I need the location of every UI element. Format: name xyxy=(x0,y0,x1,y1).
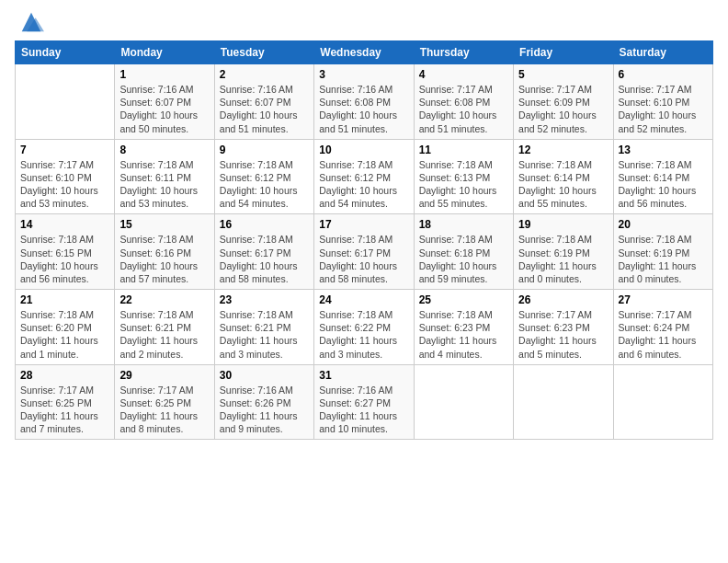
day-number: 13 xyxy=(619,144,708,156)
calendar-cell: 12Sunrise: 7:18 AMSunset: 6:14 PMDayligh… xyxy=(514,139,613,214)
day-info: Sunrise: 7:18 AMSunset: 6:12 PMDaylight:… xyxy=(220,158,309,211)
calendar-cell: 5Sunrise: 7:17 AMSunset: 6:09 PMDaylight… xyxy=(514,64,613,140)
day-number: 15 xyxy=(119,218,209,231)
calendar-cell: 29Sunrise: 7:17 AMSunset: 6:25 PMDayligh… xyxy=(115,364,214,440)
logo-icon xyxy=(18,9,44,35)
day-info: Sunrise: 7:18 AMSunset: 6:21 PMDaylight:… xyxy=(220,308,309,361)
logo xyxy=(15,9,44,35)
day-number: 5 xyxy=(518,68,608,81)
day-number: 20 xyxy=(619,218,708,231)
weekday-header: Tuesday xyxy=(214,41,313,64)
day-info: Sunrise: 7:17 AMSunset: 6:25 PMDaylight:… xyxy=(119,384,209,436)
day-info: Sunrise: 7:17 AMSunset: 6:10 PMDaylight:… xyxy=(619,83,708,135)
day-info: Sunrise: 7:18 AMSunset: 6:14 PMDaylight:… xyxy=(518,158,608,211)
header xyxy=(15,9,713,35)
day-info: Sunrise: 7:18 AMSunset: 6:18 PMDaylight:… xyxy=(419,233,508,285)
weekday-header: Saturday xyxy=(613,41,712,64)
page: SundayMondayTuesdayWednesdayThursdayFrid… xyxy=(0,0,728,563)
day-info: Sunrise: 7:18 AMSunset: 6:20 PMDaylight:… xyxy=(20,308,109,361)
day-info: Sunrise: 7:16 AMSunset: 6:27 PMDaylight:… xyxy=(319,384,408,436)
calendar-cell xyxy=(514,364,613,440)
calendar-cell: 1Sunrise: 7:16 AMSunset: 6:07 PMDaylight… xyxy=(115,64,214,140)
day-number: 26 xyxy=(518,293,608,306)
day-number: 12 xyxy=(518,144,608,156)
calendar-cell xyxy=(414,364,513,440)
day-number: 29 xyxy=(119,369,209,382)
calendar-cell xyxy=(613,364,712,440)
day-info: Sunrise: 7:17 AMSunset: 6:09 PMDaylight:… xyxy=(518,83,608,135)
day-number: 10 xyxy=(319,144,408,156)
calendar-cell: 3Sunrise: 7:16 AMSunset: 6:08 PMDaylight… xyxy=(314,64,414,140)
weekday-header: Monday xyxy=(115,41,214,64)
day-number: 1 xyxy=(119,68,209,81)
day-number: 19 xyxy=(518,218,608,231)
calendar-week-row: 1Sunrise: 7:16 AMSunset: 6:07 PMDaylight… xyxy=(16,64,713,140)
calendar-cell: 27Sunrise: 7:17 AMSunset: 6:24 PMDayligh… xyxy=(613,290,712,365)
day-number: 31 xyxy=(319,369,408,382)
day-number: 18 xyxy=(419,218,508,231)
day-info: Sunrise: 7:18 AMSunset: 6:17 PMDaylight:… xyxy=(319,233,408,285)
calendar-cell: 25Sunrise: 7:18 AMSunset: 6:23 PMDayligh… xyxy=(414,290,513,365)
day-number: 30 xyxy=(220,369,309,382)
day-info: Sunrise: 7:18 AMSunset: 6:17 PMDaylight:… xyxy=(220,233,309,285)
day-number: 11 xyxy=(419,144,508,156)
calendar-cell: 4Sunrise: 7:17 AMSunset: 6:08 PMDaylight… xyxy=(414,64,513,140)
calendar-header-row: SundayMondayTuesdayWednesdayThursdayFrid… xyxy=(16,41,713,64)
day-info: Sunrise: 7:17 AMSunset: 6:08 PMDaylight:… xyxy=(419,83,508,135)
day-number: 6 xyxy=(619,68,708,81)
calendar-cell: 24Sunrise: 7:18 AMSunset: 6:22 PMDayligh… xyxy=(314,290,414,365)
day-number: 21 xyxy=(20,293,109,306)
day-info: Sunrise: 7:17 AMSunset: 6:25 PMDaylight:… xyxy=(20,384,109,436)
weekday-header: Wednesday xyxy=(314,41,414,64)
day-info: Sunrise: 7:18 AMSunset: 6:13 PMDaylight:… xyxy=(419,158,508,211)
day-number: 22 xyxy=(119,293,209,306)
day-number: 2 xyxy=(220,68,309,81)
day-number: 24 xyxy=(319,293,408,306)
calendar-cell: 7Sunrise: 7:17 AMSunset: 6:10 PMDaylight… xyxy=(16,139,115,214)
calendar-cell: 26Sunrise: 7:17 AMSunset: 6:23 PMDayligh… xyxy=(514,290,613,365)
weekday-header: Thursday xyxy=(414,41,513,64)
day-info: Sunrise: 7:18 AMSunset: 6:22 PMDaylight:… xyxy=(319,308,408,361)
calendar-cell: 19Sunrise: 7:18 AMSunset: 6:19 PMDayligh… xyxy=(514,214,613,290)
day-info: Sunrise: 7:16 AMSunset: 6:08 PMDaylight:… xyxy=(319,83,408,135)
day-number: 9 xyxy=(220,144,309,156)
day-number: 23 xyxy=(220,293,309,306)
calendar-cell: 13Sunrise: 7:18 AMSunset: 6:14 PMDayligh… xyxy=(613,139,712,214)
day-number: 7 xyxy=(20,144,109,156)
calendar-cell: 21Sunrise: 7:18 AMSunset: 6:20 PMDayligh… xyxy=(16,290,115,365)
day-info: Sunrise: 7:18 AMSunset: 6:16 PMDaylight:… xyxy=(119,233,209,285)
calendar-table: SundayMondayTuesdayWednesdayThursdayFrid… xyxy=(15,40,713,440)
weekday-header: Friday xyxy=(514,41,613,64)
calendar-week-row: 28Sunrise: 7:17 AMSunset: 6:25 PMDayligh… xyxy=(16,364,713,440)
calendar-cell: 30Sunrise: 7:16 AMSunset: 6:26 PMDayligh… xyxy=(214,364,313,440)
calendar-week-row: 14Sunrise: 7:18 AMSunset: 6:15 PMDayligh… xyxy=(16,214,713,290)
calendar-cell: 8Sunrise: 7:18 AMSunset: 6:11 PMDaylight… xyxy=(115,139,214,214)
calendar-cell: 10Sunrise: 7:18 AMSunset: 6:12 PMDayligh… xyxy=(314,139,414,214)
calendar-cell: 14Sunrise: 7:18 AMSunset: 6:15 PMDayligh… xyxy=(16,214,115,290)
day-info: Sunrise: 7:16 AMSunset: 6:07 PMDaylight:… xyxy=(220,83,309,135)
day-info: Sunrise: 7:18 AMSunset: 6:23 PMDaylight:… xyxy=(419,308,508,361)
weekday-header: Sunday xyxy=(16,41,115,64)
calendar-cell: 15Sunrise: 7:18 AMSunset: 6:16 PMDayligh… xyxy=(115,214,214,290)
calendar-cell: 16Sunrise: 7:18 AMSunset: 6:17 PMDayligh… xyxy=(214,214,313,290)
day-info: Sunrise: 7:18 AMSunset: 6:11 PMDaylight:… xyxy=(119,158,209,211)
day-number: 4 xyxy=(419,68,508,81)
day-info: Sunrise: 7:18 AMSunset: 6:15 PMDaylight:… xyxy=(20,233,109,285)
calendar-cell xyxy=(16,64,115,140)
day-number: 25 xyxy=(419,293,508,306)
day-info: Sunrise: 7:17 AMSunset: 6:23 PMDaylight:… xyxy=(518,308,608,361)
calendar-cell: 31Sunrise: 7:16 AMSunset: 6:27 PMDayligh… xyxy=(314,364,414,440)
day-info: Sunrise: 7:17 AMSunset: 6:10 PMDaylight:… xyxy=(20,158,109,211)
day-number: 14 xyxy=(20,218,109,231)
day-info: Sunrise: 7:16 AMSunset: 6:26 PMDaylight:… xyxy=(220,384,309,436)
calendar-cell: 23Sunrise: 7:18 AMSunset: 6:21 PMDayligh… xyxy=(214,290,313,365)
calendar-cell: 2Sunrise: 7:16 AMSunset: 6:07 PMDaylight… xyxy=(214,64,313,140)
calendar-cell: 11Sunrise: 7:18 AMSunset: 6:13 PMDayligh… xyxy=(414,139,513,214)
day-number: 28 xyxy=(20,369,109,382)
day-info: Sunrise: 7:18 AMSunset: 6:21 PMDaylight:… xyxy=(119,308,209,361)
day-info: Sunrise: 7:16 AMSunset: 6:07 PMDaylight:… xyxy=(119,83,209,135)
calendar-cell: 6Sunrise: 7:17 AMSunset: 6:10 PMDaylight… xyxy=(613,64,712,140)
day-info: Sunrise: 7:18 AMSunset: 6:12 PMDaylight:… xyxy=(319,158,408,211)
day-info: Sunrise: 7:17 AMSunset: 6:24 PMDaylight:… xyxy=(619,308,708,361)
day-number: 3 xyxy=(319,68,408,81)
